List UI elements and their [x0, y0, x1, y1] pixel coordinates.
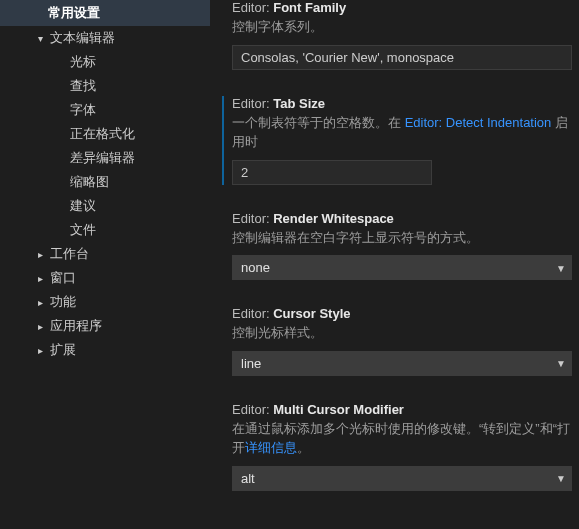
tree-item-text-editor[interactable]: ▾ 文本编辑器: [0, 26, 210, 50]
setting-render-whitespace: Editor: Render Whitespace 控制编辑器在空白字符上显示符…: [222, 211, 579, 281]
setting-title: Editor: Multi Cursor Modifier: [232, 402, 579, 417]
chevron-right-icon: ▸: [32, 246, 48, 262]
detect-indentation-link[interactable]: Editor: Detect Indentation: [405, 115, 552, 130]
setting-desc: 控制编辑器在空白字符上显示符号的方式。: [232, 228, 579, 248]
tree-item-suggestions[interactable]: 建议: [0, 194, 210, 218]
tree-item-application[interactable]: ▸ 应用程序: [0, 314, 210, 338]
chevron-right-icon: ▸: [32, 318, 48, 334]
chevron-right-icon: ▸: [32, 342, 48, 358]
tree-item-features[interactable]: ▸ 功能: [0, 290, 210, 314]
cursor-style-select[interactable]: line: [232, 351, 572, 376]
setting-title: Editor: Render Whitespace: [232, 211, 579, 226]
tree-item-formatting[interactable]: 正在格式化: [0, 122, 210, 146]
tree-item-workbench[interactable]: ▸ 工作台: [0, 242, 210, 266]
tab-size-input[interactable]: [232, 160, 432, 185]
chevron-down-icon: ▾: [32, 30, 48, 46]
tree-item-find[interactable]: 查找: [0, 74, 210, 98]
multi-cursor-modifier-select[interactable]: alt: [232, 466, 572, 491]
tree-label: 文本编辑器: [48, 29, 115, 47]
render-whitespace-select-wrap: none ▼: [232, 255, 572, 280]
tree-item-extensions[interactable]: ▸ 扩展: [0, 338, 210, 362]
sidebar-header[interactable]: 常用设置: [0, 0, 210, 26]
setting-desc: 控制字体系列。: [232, 17, 579, 37]
setting-tab-size: Editor: Tab Size 一个制表符等于的空格数。在 Editor: D…: [222, 96, 579, 185]
tree-item-cursor[interactable]: 光标: [0, 50, 210, 74]
setting-title: Editor: Tab Size: [232, 96, 579, 111]
setting-title: Editor: Cursor Style: [232, 306, 579, 321]
tree-item-font[interactable]: 字体: [0, 98, 210, 122]
settings-sidebar: 常用设置 ▾ 文本编辑器 光标 查找 字体 正在格式化 差异编辑器 缩略图 建议…: [0, 0, 210, 529]
tree-item-minimap[interactable]: 缩略图: [0, 170, 210, 194]
setting-title: Editor: Font Family: [232, 0, 579, 15]
setting-font-family: Editor: Font Family 控制字体系列。: [222, 0, 579, 70]
setting-cursor-style: Editor: Cursor Style 控制光标样式。 line ▼: [222, 306, 579, 376]
setting-desc: 控制光标样式。: [232, 323, 579, 343]
tree-item-diff-editor[interactable]: 差异编辑器: [0, 146, 210, 170]
multi-cursor-modifier-select-wrap: alt ▼: [232, 466, 572, 491]
font-family-input[interactable]: [232, 45, 572, 70]
setting-desc: 一个制表符等于的空格数。在 Editor: Detect Indentation…: [232, 113, 579, 152]
tree-item-files[interactable]: 文件: [0, 218, 210, 242]
setting-multi-cursor-modifier: Editor: Multi Cursor Modifier 在通过鼠标添加多个光…: [222, 402, 579, 491]
render-whitespace-select[interactable]: none: [232, 255, 572, 280]
more-info-link[interactable]: 详细信息: [245, 440, 297, 455]
setting-desc: 在通过鼠标添加多个光标时使用的修改键。“转到定义”和“打开详细信息。: [232, 419, 579, 458]
chevron-right-icon: ▸: [32, 270, 48, 286]
settings-main: Editor: Font Family 控制字体系列。 Editor: Tab …: [210, 0, 579, 529]
chevron-right-icon: ▸: [32, 294, 48, 310]
tree-item-window[interactable]: ▸ 窗口: [0, 266, 210, 290]
cursor-style-select-wrap: line ▼: [232, 351, 572, 376]
